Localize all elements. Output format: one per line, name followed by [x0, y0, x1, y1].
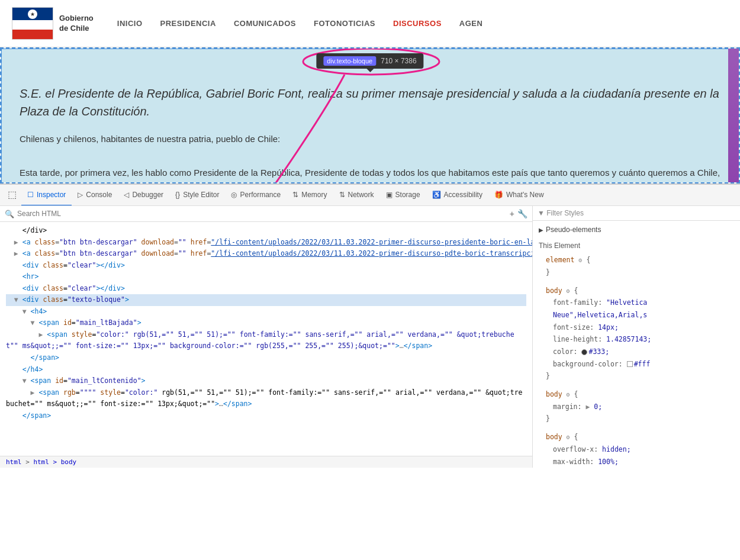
style-section-body1: body ⚙ { font-family: "Helvetica Neue",H… — [539, 285, 734, 383]
styles-content[interactable]: ▶ Pseudo-elements This Element element ⚙… — [533, 221, 740, 468]
nav-comunicados[interactable]: COMUNICADOS — [234, 19, 296, 28]
debugger-icon: ◁ — [124, 191, 129, 199]
breadcrumb-html[interactable]: html — [6, 458, 22, 466]
nav-discursos[interactable]: DISCURSOS — [393, 19, 442, 28]
devtools-tab-debugger[interactable]: ◁ Debugger — [118, 185, 169, 206]
devtools-tab-accessibility[interactable]: ♿ Accessibility — [426, 185, 488, 206]
devtools-tab-console[interactable]: ▷ Console — [72, 185, 118, 206]
content-paragraph1: Chilenas y chilenos, habitantes de nuest… — [20, 132, 720, 146]
html-line[interactable]: ▶ <a class="btn btn-descargar" download=… — [6, 248, 526, 260]
console-icon: ▷ — [78, 191, 83, 199]
style-rule: element ⚙ { } — [539, 254, 734, 278]
html-line: </div> — [6, 225, 526, 237]
style-rule-body2: body ⚙ { margin: ▶ 0; } — [539, 388, 734, 425]
html-line[interactable]: ▶ <span rgb="""" style="color:" rgb(51,=… — [6, 387, 526, 410]
html-line: </h4> — [6, 364, 526, 376]
html-line: <div class="clear"></div> — [6, 283, 526, 295]
html-line[interactable]: ▼ <span id="main_ltBajada"> — [6, 317, 526, 329]
html-line[interactable]: ▼ <span id="main_ltContenido"> — [6, 375, 526, 387]
devtools-tab-performance[interactable]: ◎ Performance — [225, 185, 287, 206]
pseudo-elements-label: Pseudo-elements — [546, 224, 601, 237]
devtools-tab-storage[interactable]: ▣ Storage — [380, 185, 426, 206]
pseudo-elements-header[interactable]: ▶ Pseudo-elements — [539, 224, 734, 237]
devtools-tab-network[interactable]: ⇅ Network — [333, 185, 380, 206]
site-nav: INICIO PRESIDENCIA COMUNICADOS FOTONOTIC… — [117, 19, 728, 28]
gear-icon[interactable]: ⚙ — [567, 288, 570, 294]
html-line: </span> — [6, 352, 526, 364]
gear-icon[interactable]: ⚙ — [578, 257, 582, 263]
browser-window: ★ Gobierno de Chile INICIO PRESIDENCIA C… — [0, 0, 740, 560]
accessibility-icon: ♿ — [432, 191, 441, 199]
html-content[interactable]: </div> ▶ <a class="btn btn-descargar" do… — [0, 222, 532, 456]
nav-inicio[interactable]: INICIO — [117, 19, 143, 28]
nav-fotonoticias[interactable]: FOTONOTICIAS — [314, 19, 375, 28]
style-section-body3: body ⚙ { overflow-x: hidden; max-width: … — [539, 431, 734, 468]
style-section-this-element: This Element element ⚙ { } — [539, 240, 734, 279]
performance-icon: ◎ — [231, 191, 237, 199]
search-icon: 🔍 — [5, 210, 14, 218]
inspector-icon: ☐ — [27, 191, 34, 199]
devtools-tab-memory[interactable]: ⇅ Memory — [287, 185, 333, 206]
pick-node-btn[interactable]: 🔧 — [517, 209, 527, 218]
tooltip-classname: div.texto-bloque — [323, 56, 376, 66]
tooltip-arrow — [366, 69, 374, 72]
nav-agen[interactable]: AGEN — [459, 19, 483, 28]
gear-icon[interactable]: ⚙ — [567, 434, 570, 440]
whats-new-icon: 🎁 — [494, 191, 503, 199]
this-element-header: This Element — [539, 240, 734, 253]
pseudo-elements-triangle: ▶ — [539, 225, 543, 236]
devtools-breadcrumb: html > html > body — [0, 456, 532, 468]
style-editor-icon: {} — [175, 191, 180, 199]
color-swatch-white[interactable] — [627, 361, 633, 367]
style-section-body2: body ⚙ { margin: ▶ 0; } — [539, 388, 734, 425]
element-tooltip: div.texto-bloque 710 × 7386 — [316, 53, 423, 69]
color-swatch-dark[interactable] — [581, 349, 587, 355]
html-line: <div class="clear"></div> — [6, 260, 526, 272]
site-header: ★ Gobierno de Chile INICIO PRESIDENCIA C… — [0, 0, 740, 47]
inspector-search-bar: 🔍 + 🔧 — [0, 206, 532, 222]
site-logo: ★ Gobierno de Chile — [12, 7, 94, 40]
style-rule-body1: body ⚙ { font-family: "Helvetica Neue",H… — [539, 285, 734, 383]
scrollbar-thumb[interactable] — [728, 49, 739, 182]
search-html-input[interactable] — [17, 210, 507, 218]
html-line-selected[interactable]: ▼ <div class="texto-bloque"> — [6, 294, 526, 306]
html-line: <hr> — [6, 271, 526, 283]
gear-icon[interactable]: ⚙ — [567, 391, 570, 398]
content-title: S.E. el Presidente de la República, Gabr… — [20, 85, 720, 120]
devtools-tab-style-editor[interactable]: {} Style Editor — [169, 185, 225, 206]
nav-presidencia[interactable]: PRESIDENCIA — [160, 19, 216, 28]
style-rule-body3: body ⚙ { overflow-x: hidden; max-width: … — [539, 431, 734, 468]
devtools-pick-element-btn[interactable]: ⬚ — [3, 185, 21, 206]
memory-icon: ⇅ — [292, 191, 298, 199]
devtools-tab-whats-new[interactable]: 🎁 What's New — [488, 185, 550, 206]
devtools-toolbar: ⬚ ☐ Inspector ▷ Console ◁ Debugger {} St… — [0, 185, 740, 206]
devtools-main: 🔍 + 🔧 </div> ▶ <a class="btn btn-descarg… — [0, 206, 740, 468]
devtools-panel: ⬚ ☐ Inspector ▷ Console ◁ Debugger {} St… — [0, 184, 740, 468]
storage-icon: ▣ — [386, 191, 392, 199]
network-icon: ⇅ — [339, 191, 345, 199]
styles-panel: ▼ Filter Styles ▶ Pseudo-elements This E… — [533, 206, 740, 468]
content-paragraph2: Esta tarde, por primera vez, les hablo c… — [20, 166, 720, 184]
tooltip-size: 710 × 7386 — [381, 57, 416, 65]
devtools-tab-inspector[interactable]: ☐ Inspector — [21, 185, 72, 206]
html-line[interactable]: ▶ <span style="color:" rgb(51,="" 51,=""… — [6, 329, 526, 352]
inspector-panel: 🔍 + 🔧 </div> ▶ <a class="btn btn-descarg… — [0, 206, 533, 468]
html-line[interactable]: ▶ <a class="btn btn-descargar" download=… — [6, 237, 526, 249]
html-line[interactable]: ▼ <h4> — [6, 306, 526, 318]
site-content: div.texto-bloque 710 × 7386 S.E. el Pres… — [0, 47, 740, 184]
add-node-btn[interactable]: + — [510, 209, 514, 218]
logo-text: Gobierno de Chile — [59, 14, 94, 34]
html-line: </span> — [6, 410, 526, 422]
breadcrumb-body[interactable]: html > body — [33, 458, 76, 466]
styles-toolbar: ▼ Filter Styles — [533, 206, 740, 221]
filter-icon: ▼ Filter Styles — [538, 209, 584, 217]
